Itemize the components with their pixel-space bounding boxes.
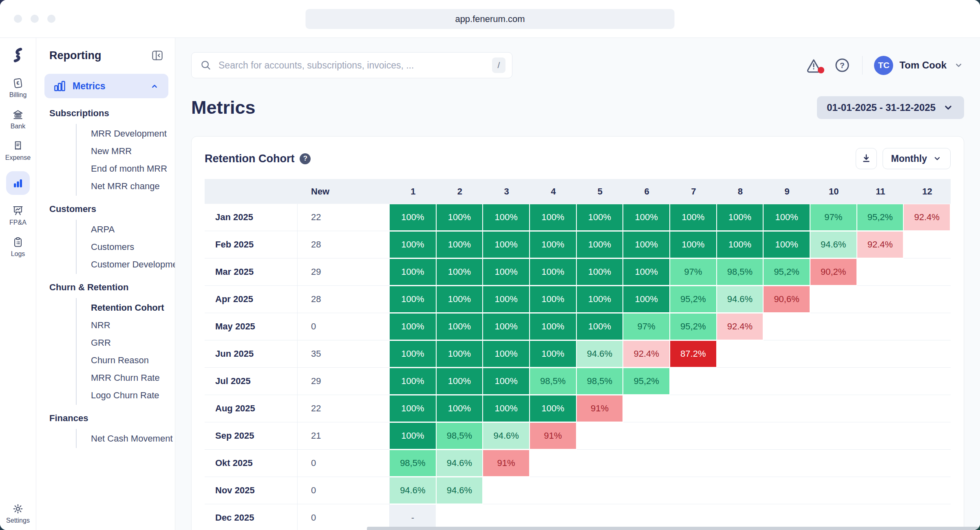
reporting-sidebar: Reporting Metrics (36, 38, 175, 530)
sidebar-item-grr[interactable]: GRR (91, 334, 175, 351)
cohort-cell: 90,2% (810, 258, 857, 286)
help-button[interactable]: ? (834, 57, 851, 74)
cohort-cell-empty (857, 368, 904, 395)
cohort-cell: 100% (530, 231, 577, 258)
cohort-cell: 92.4% (623, 340, 670, 368)
cohort-cell: 100% (437, 313, 483, 340)
cohort-cell-empty (904, 286, 951, 313)
cohort-new-count: 21 (298, 422, 390, 450)
sidebar-item-churn-reason[interactable]: Churn Reason (91, 351, 175, 369)
sidebar-section-title: Churn & Retention (36, 274, 175, 298)
cohort-row-label: Apr 2025 (205, 286, 298, 313)
window-zoom-button[interactable] (47, 15, 55, 23)
cohort-cell-empty (810, 504, 857, 530)
download-icon (860, 152, 872, 165)
rail-item-billing[interactable]: € Billing (9, 77, 27, 99)
sidebar-item-logo-churn-rate[interactable]: Logo Churn Rate (91, 386, 175, 404)
sidebar-section-items: Net Cash Movement (76, 429, 175, 448)
rail-item-label: Settings (6, 517, 30, 524)
sidebar-section-subscriptions: SubscriptionsMRR DevelopmentNew MRREnd o… (36, 100, 175, 196)
col-header-5: 5 (577, 179, 624, 204)
user-name: Tom Cook (899, 60, 947, 71)
window-close-button[interactable] (14, 15, 22, 23)
col-header-2: 2 (437, 179, 483, 204)
cohort-cell-empty (764, 340, 810, 368)
cohort-cell-empty (857, 450, 904, 477)
sidebar-item-net-mrr-change[interactable]: Net MRR change (91, 177, 175, 195)
cohort-row-sep-2025: Sep 202521100%98,5%94.6%91% (205, 422, 951, 450)
sidebar-item-retention-cohort[interactable]: Retention Cohort (91, 299, 175, 316)
rail-item-bank[interactable]: Bank (11, 108, 25, 130)
date-range-selector[interactable]: 01-01-2025 - 31-12-2025 (817, 96, 964, 119)
rail-item-settings[interactable]: Settings (6, 503, 30, 524)
cohort-cell-empty (904, 450, 951, 477)
cohort-cell: 94.6% (390, 477, 437, 504)
sidebar-item-customer-development[interactable]: Customer Development (91, 256, 175, 273)
cohort-cell-empty (904, 258, 951, 286)
rail-item-expense[interactable]: Expense (5, 140, 31, 161)
window-minimize-button[interactable] (31, 15, 39, 23)
cohort-cell: 100% (670, 204, 717, 231)
sidebar-item-arpa[interactable]: ARPA (91, 221, 175, 238)
cohort-table: New123456789101112 Jan 202522100%100%100… (205, 179, 951, 530)
sidebar-item-end-of-month-mrr[interactable]: End of month MRR (91, 160, 175, 177)
cohort-cell: 100% (390, 313, 437, 340)
sidebar-item-mrr-development[interactable]: MRR Development (91, 125, 175, 142)
cohort-cell-empty (670, 422, 717, 450)
search-input[interactable] (218, 60, 486, 71)
sidebar-item-net-cash-movement[interactable]: Net Cash Movement (91, 430, 175, 447)
cohort-new-count: 22 (298, 395, 390, 422)
cohort-row-label: Jan 2025 (205, 204, 298, 231)
cohort-cell-empty (717, 504, 764, 530)
card-actions: Monthly (856, 148, 951, 169)
rail-item-label: Logs (11, 250, 25, 258)
cohort-cell: 100% (623, 204, 670, 231)
cohort-cell-empty (810, 340, 857, 368)
cohort-cell: 94.6% (577, 340, 624, 368)
card-title-text: Retention Cohort (205, 152, 294, 165)
help-filled-icon[interactable]: ? (300, 153, 311, 164)
cohort-cell-empty (764, 368, 810, 395)
alerts-button[interactable] (805, 57, 822, 74)
cohort-cell-empty (810, 422, 857, 450)
search-icon (200, 59, 212, 71)
rail-item-metrics-active[interactable] (6, 171, 30, 195)
cohort-cell-empty (577, 504, 624, 530)
cohort-cell-empty (904, 395, 951, 422)
sidebar-item-nrr[interactable]: NRR (91, 316, 175, 334)
cohort-cell-empty (810, 477, 857, 504)
sidebar-item-metrics[interactable]: Metrics (44, 74, 168, 98)
sidebar-item-new-mrr[interactable]: New MRR (91, 142, 175, 160)
sidebar-section-churn-retention: Churn & RetentionRetention CohortNRRGRRC… (36, 274, 175, 405)
card-header: Retention Cohort ? (205, 148, 951, 169)
global-search[interactable]: / (191, 52, 512, 78)
billing-icon: € (12, 77, 24, 89)
rail-item-logs[interactable]: Logs (11, 236, 25, 258)
cohort-cell-empty (437, 504, 483, 530)
rail-item-fpa[interactable]: FP&A (9, 205, 26, 226)
cohort-cell: 97% (623, 313, 670, 340)
page-title: Metrics (191, 97, 256, 118)
cohort-cell: 100% (437, 395, 483, 422)
cohort-cell-empty (483, 504, 530, 530)
horizontal-scrollbar[interactable] (367, 527, 980, 530)
cohort-cell-empty (904, 340, 951, 368)
sidebar-item-mrr-churn-rate[interactable]: MRR Churn Rate (91, 369, 175, 386)
cohort-cell: 100% (483, 340, 530, 368)
collapse-sidebar-button[interactable] (150, 49, 164, 62)
user-menu[interactable]: TC Tom Cook (874, 56, 964, 75)
cohort-cell: 98,5% (390, 450, 437, 477)
window-controls (14, 15, 55, 23)
address-bar[interactable]: app.fenerum.com (306, 9, 675, 29)
col-header-9: 9 (764, 179, 810, 204)
cohort-new-count: 22 (298, 204, 390, 231)
sidebar-item-customers[interactable]: Customers (91, 238, 175, 256)
download-button[interactable] (856, 148, 877, 169)
cohort-cell: 92.4% (717, 313, 764, 340)
notification-dot (818, 67, 824, 73)
cohort-row-dec-2025: Dec 20250- (205, 504, 951, 530)
period-selector[interactable]: Monthly (883, 148, 951, 169)
app-logo (10, 47, 26, 63)
col-header-10: 10 (810, 179, 857, 204)
cohort-cell: 100% (530, 395, 577, 422)
